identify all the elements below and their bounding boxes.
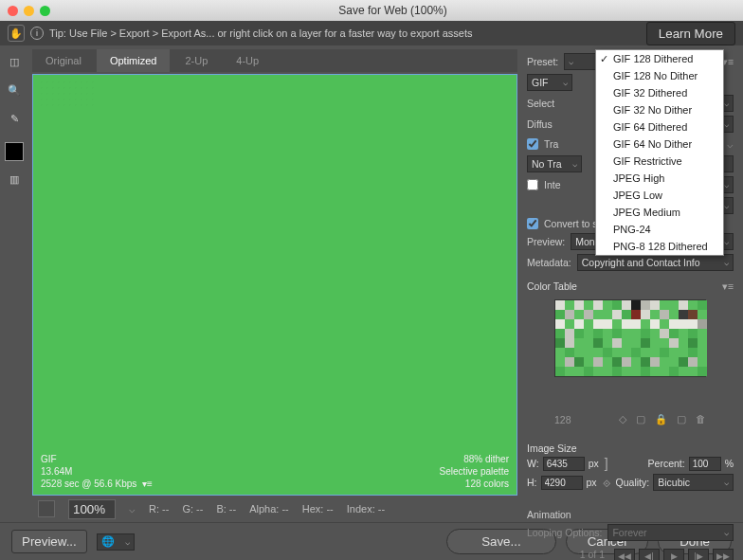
ct-lock-icon[interactable]: 🔒: [655, 413, 667, 425]
maximize-window[interactable]: [40, 6, 50, 16]
color-swatch[interactable]: [584, 319, 593, 329]
preset-option[interactable]: GIF Restrictive: [596, 153, 723, 170]
color-swatch[interactable]: [641, 329, 650, 338]
ct-new-icon[interactable]: ▢: [677, 413, 686, 425]
color-swatch[interactable]: [679, 319, 688, 329]
preset-option[interactable]: JPEG Medium: [596, 204, 723, 221]
color-swatch[interactable]: [698, 367, 707, 376]
color-swatch[interactable]: [574, 348, 584, 357]
color-swatch[interactable]: [641, 348, 650, 357]
preset-option[interactable]: GIF 32 Dithered: [596, 84, 723, 101]
color-swatch[interactable]: [669, 348, 679, 357]
color-swatch[interactable]: [650, 348, 660, 357]
color-swatch[interactable]: [612, 319, 622, 329]
color-swatch[interactable]: [631, 367, 641, 376]
color-swatch[interactable]: [555, 338, 565, 348]
color-swatch[interactable]: [660, 319, 669, 329]
color-swatch[interactable]: [612, 367, 622, 376]
preset-option[interactable]: JPEG High: [596, 170, 723, 187]
color-swatch[interactable]: [660, 338, 669, 348]
link-bracket-icon[interactable]: ]: [603, 456, 610, 471]
transparency-checkbox[interactable]: [527, 138, 538, 150]
slice-visibility-icon[interactable]: ▥: [4, 169, 25, 190]
color-swatch[interactable]: [603, 338, 612, 348]
color-swatch[interactable]: [669, 300, 679, 310]
color-swatch[interactable]: [555, 310, 565, 319]
color-swatch[interactable]: [669, 329, 679, 338]
color-swatch[interactable]: [584, 329, 593, 338]
color-swatch[interactable]: [679, 348, 688, 357]
zoom-tool-icon[interactable]: 🔍: [4, 80, 25, 100]
color-swatch[interactable]: [555, 319, 565, 329]
color-swatch[interactable]: [555, 357, 565, 367]
color-swatch[interactable]: [574, 329, 584, 338]
color-swatch[interactable]: [669, 319, 679, 329]
preview-menu-icon[interactable]: [38, 500, 55, 517]
color-swatch[interactable]: [593, 357, 603, 367]
percent-input[interactable]: [689, 457, 721, 471]
color-swatch[interactable]: [565, 310, 574, 319]
color-swatch[interactable]: [603, 357, 612, 367]
preset-option[interactable]: GIF 32 No Dither: [596, 101, 723, 118]
color-swatch[interactable]: [688, 357, 698, 367]
tab-optimized[interactable]: Optimized: [97, 49, 171, 72]
color-swatch[interactable]: [593, 367, 603, 376]
color-swatch[interactable]: [650, 357, 660, 367]
preset-option[interactable]: GIF 128 No Dither: [596, 67, 723, 84]
color-swatch[interactable]: [622, 310, 631, 319]
color-swatch[interactable]: [669, 357, 679, 367]
color-swatch[interactable]: [660, 300, 669, 310]
color-swatch[interactable]: [565, 338, 574, 348]
color-swatch[interactable]: [622, 300, 631, 310]
color-swatch[interactable]: [593, 310, 603, 319]
preview-button[interactable]: Preview...: [11, 530, 87, 553]
color-swatch[interactable]: [603, 329, 612, 338]
color-swatch[interactable]: [631, 329, 641, 338]
preset-option[interactable]: GIF 128 Dithered: [596, 50, 723, 67]
color-swatch[interactable]: [593, 338, 603, 348]
color-swatch[interactable]: [622, 338, 631, 348]
color-swatch[interactable]: [612, 300, 622, 310]
color-swatch[interactable]: [698, 300, 707, 310]
color-swatch[interactable]: [565, 300, 574, 310]
color-swatch[interactable]: [698, 357, 707, 367]
link-icon[interactable]: ⟐: [601, 475, 612, 490]
color-swatch[interactable]: [698, 329, 707, 338]
color-swatch[interactable]: [688, 367, 698, 376]
preset-option[interactable]: GIF 64 No Dither: [596, 135, 723, 153]
color-swatch[interactable]: [679, 367, 688, 376]
color-swatch[interactable]: [669, 367, 679, 376]
color-swatch[interactable]: [574, 338, 584, 348]
color-swatch[interactable]: [612, 338, 622, 348]
browser-preview-select[interactable]: 🌐: [97, 533, 135, 551]
quality-select[interactable]: Bicubic: [653, 474, 734, 491]
preset-option[interactable]: PNG-24: [596, 221, 723, 238]
color-swatch[interactable]: [555, 300, 565, 310]
color-swatch[interactable]: [660, 329, 669, 338]
color-swatch[interactable]: [669, 310, 679, 319]
color-swatch[interactable]: [584, 367, 593, 376]
color-table-menu-icon[interactable]: ▾≡: [722, 280, 734, 292]
color-swatch[interactable]: [565, 329, 574, 338]
color-swatch[interactable]: [688, 348, 698, 357]
color-swatch[interactable]: [622, 319, 631, 329]
color-swatch[interactable]: [574, 319, 584, 329]
color-swatch[interactable]: [641, 310, 650, 319]
color-swatch[interactable]: [660, 357, 669, 367]
color-swatch[interactable]: [555, 367, 565, 376]
color-swatch[interactable]: [631, 348, 641, 357]
color-swatch[interactable]: [641, 300, 650, 310]
color-swatch[interactable]: [631, 300, 641, 310]
color-swatch[interactable]: [565, 357, 574, 367]
color-swatch[interactable]: [650, 338, 660, 348]
color-swatch[interactable]: [679, 329, 688, 338]
color-swatch[interactable]: [565, 348, 574, 357]
color-swatch[interactable]: [679, 357, 688, 367]
foreground-swatch[interactable]: [5, 142, 24, 161]
ct-trash-icon[interactable]: 🗑: [696, 413, 706, 425]
color-swatch[interactable]: [679, 310, 688, 319]
color-swatch[interactable]: [631, 310, 641, 319]
color-swatch[interactable]: [631, 338, 641, 348]
color-swatch[interactable]: [660, 310, 669, 319]
color-swatch[interactable]: [603, 310, 612, 319]
